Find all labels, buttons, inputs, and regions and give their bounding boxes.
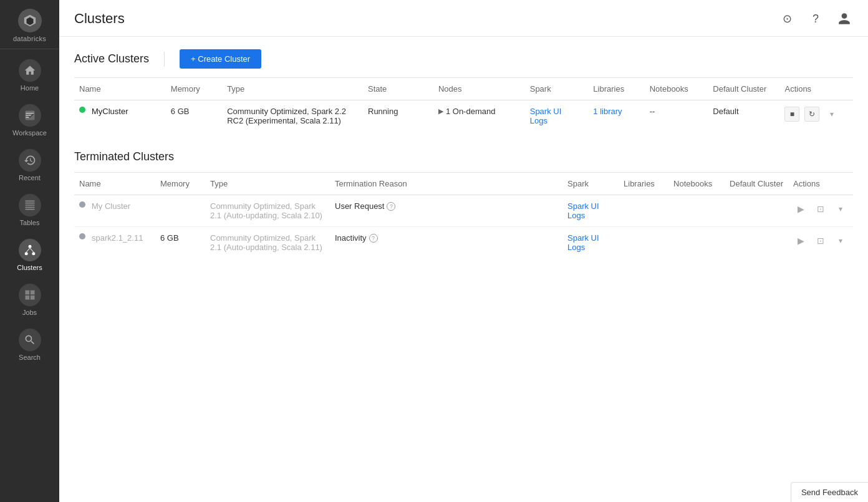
t-cluster-reason-0: User Request ?: [330, 195, 562, 227]
active-cluster-name-cell: MyCluster: [74, 100, 166, 132]
send-feedback-button[interactable]: Send Feedback: [791, 482, 868, 502]
expand-arrow-icon[interactable]: ▶: [438, 107, 443, 115]
active-clusters-header: Active Clusters + Create Cluster: [74, 49, 853, 69]
t-cluster-name-cell-1: spark2.1_2.11: [74, 227, 155, 259]
terminated-clusters-section: Terminated Clusters Name Memory Type Ter…: [74, 150, 853, 258]
spark-logs-link[interactable]: Logs: [530, 116, 547, 125]
sidebar-item-clusters[interactable]: Clusters: [0, 231, 59, 276]
help-icon-1[interactable]: ?: [369, 234, 378, 243]
active-cluster-spark: Spark UI Logs: [525, 100, 589, 132]
sidebar-item-jobs[interactable]: Jobs: [0, 276, 59, 321]
sidebar-item-label-clusters: Clusters: [17, 264, 42, 271]
status-dot-gray-0: [79, 201, 85, 208]
col-header-libraries: Libraries: [588, 78, 644, 100]
t-cluster-default-1: [725, 227, 788, 259]
main-content: Clusters ⊙ ? Active Clusters + Create Cl…: [59, 0, 868, 502]
col-header-type: Type: [222, 78, 363, 100]
col-header-nodes: Nodes: [433, 78, 525, 100]
page-title: Clusters: [74, 11, 125, 27]
table-row: spark2.1_2.11 6 GB Community Optimized, …: [74, 227, 853, 259]
brand-logo[interactable]: databricks: [0, 0, 59, 49]
create-cluster-button[interactable]: + Create Cluster: [180, 49, 261, 69]
svg-point-3: [24, 252, 27, 255]
sidebar-item-tables[interactable]: Tables: [0, 186, 59, 231]
sidebar-item-label-search: Search: [19, 354, 41, 361]
status-dot-gray-1: [79, 233, 85, 239]
svg-point-4: [32, 252, 35, 255]
sidebar-item-search[interactable]: Search: [0, 321, 59, 366]
active-cluster-libraries: 1 library: [588, 100, 644, 132]
sidebar-item-home[interactable]: Home: [0, 52, 59, 97]
t-cluster-libraries-0: [619, 195, 668, 227]
t-cluster-type-0: Community Optimized, Spark 2.1 (Auto-upd…: [205, 195, 330, 227]
sidebar: databricks Home Workspace Recent Tables …: [0, 0, 59, 502]
t-cluster-actions-1: ▶ ⊡ ▾: [788, 227, 853, 259]
header-actions: ⊙ ?: [778, 10, 853, 27]
help-icon-0[interactable]: ?: [387, 202, 395, 211]
libraries-link[interactable]: 1 library: [593, 107, 622, 116]
header: Clusters ⊙ ?: [59, 0, 868, 37]
sidebar-item-recent[interactable]: Recent: [0, 142, 59, 186]
t-cluster-notebooks-1: [668, 227, 725, 259]
active-cluster-memory: 6 GB: [166, 100, 222, 132]
stop-button[interactable]: ■: [784, 107, 799, 122]
t-cluster-name-1[interactable]: spark2.1_2.11: [92, 233, 143, 243]
t-cluster-actions-0: ▶ ⊡ ▾: [788, 195, 853, 227]
play-button-1[interactable]: ▶: [793, 233, 808, 248]
t-cluster-name-cell-0: My Cluster: [74, 195, 155, 227]
col-header-default: Default Cluster: [708, 78, 779, 100]
t-col-header-actions: Actions: [788, 173, 853, 195]
t-spark-ui-link-0[interactable]: Spark UI: [567, 201, 599, 211]
t-spark-ui-link-1[interactable]: Spark UI: [567, 233, 599, 243]
help-icon[interactable]: ?: [807, 10, 824, 27]
col-header-notebooks: Notebooks: [645, 78, 708, 100]
sidebar-item-label-workspace: Workspace: [12, 129, 47, 137]
active-cluster-state: Running: [363, 100, 433, 132]
t-cluster-memory-0: [155, 195, 205, 227]
refresh-button[interactable]: ↻: [804, 107, 819, 122]
active-clusters-table: Name Memory Type State Nodes Spark Libra…: [74, 77, 853, 132]
share-button-1[interactable]: ⊡: [813, 233, 828, 248]
t-cluster-libraries-1: [619, 227, 668, 259]
svg-point-2: [28, 245, 31, 248]
sidebar-item-label-tables: Tables: [20, 219, 40, 226]
t-cluster-reason-1: Inactivity ?: [330, 227, 562, 259]
sidebar-item-label-recent: Recent: [19, 174, 41, 181]
svg-line-6: [30, 248, 34, 253]
t-spark-logs-link-1[interactable]: Logs: [567, 243, 585, 252]
col-header-name: Name: [74, 78, 166, 100]
active-cluster-name[interactable]: MyCluster: [92, 107, 128, 116]
more-button[interactable]: ▾: [824, 107, 839, 122]
sidebar-item-workspace[interactable]: Workspace: [0, 97, 59, 142]
t-cluster-notebooks-0: [668, 195, 725, 227]
user-icon[interactable]: [836, 10, 853, 27]
clock-icon[interactable]: ⊙: [778, 10, 796, 27]
content-area: Active Clusters + Create Cluster Name Me…: [59, 37, 868, 502]
col-header-spark: Spark: [525, 78, 589, 100]
header-divider: [164, 52, 165, 67]
termination-reason-text-1: Inactivity: [335, 233, 367, 243]
active-cluster-default: Default: [708, 100, 779, 132]
t-col-header-name: Name: [74, 173, 155, 195]
more-button-1[interactable]: ▾: [833, 233, 848, 248]
t-spark-logs-link-0[interactable]: Logs: [567, 211, 585, 220]
play-button-0[interactable]: ▶: [793, 201, 808, 216]
t-col-header-spark: Spark: [562, 173, 619, 195]
svg-line-5: [26, 248, 30, 253]
t-col-header-type: Type: [205, 173, 330, 195]
logo-icon: [18, 9, 42, 32]
t-col-header-default: Default Cluster: [725, 173, 788, 195]
active-cluster-notebooks: --: [645, 100, 708, 132]
t-cluster-name-0[interactable]: My Cluster: [92, 201, 130, 211]
spark-ui-link[interactable]: Spark UI: [530, 107, 562, 116]
more-button-0[interactable]: ▾: [833, 201, 848, 216]
t-cluster-default-0: [725, 195, 788, 227]
active-cluster-actions: ■ ↻ ▾: [779, 100, 853, 132]
t-col-header-memory: Memory: [155, 173, 205, 195]
share-button-0[interactable]: ⊡: [813, 201, 828, 216]
terminated-clusters-table: Name Memory Type Termination Reason Spar…: [74, 172, 853, 258]
col-header-actions: Actions: [779, 78, 853, 100]
nodes-count: 1 On-demand: [446, 107, 496, 116]
t-cluster-spark-1: Spark UI Logs: [562, 227, 619, 259]
terminated-clusters-title: Terminated Clusters: [74, 150, 853, 163]
